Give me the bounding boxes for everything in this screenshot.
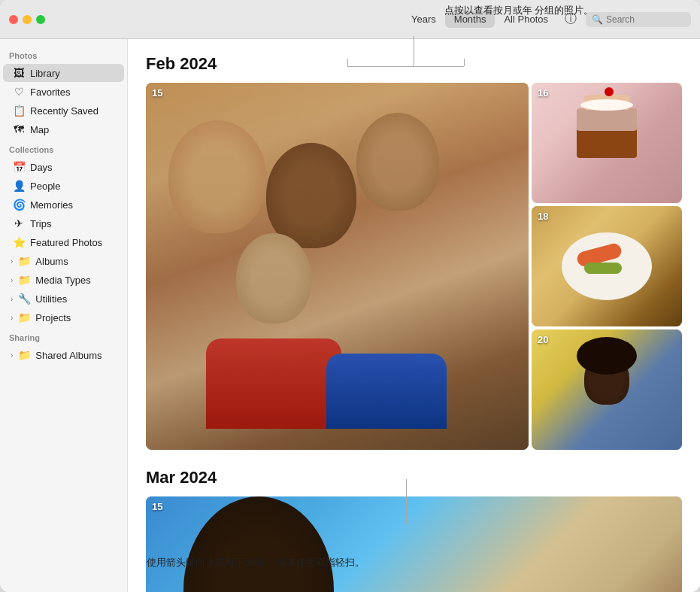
sidebar: Photos 🖼 Library ♡ Favorites 📋 Recently … — [0, 39, 128, 592]
chevron-right-icon: › — [11, 257, 13, 266]
sidebar-item-favorites[interactable]: ♡ Favorites — [3, 83, 124, 101]
sidebar-item-people[interactable]: 👤 People — [3, 177, 124, 195]
content-area: Feb 2024 — [128, 39, 700, 592]
sidebar-item-albums[interactable]: › 📁 Albums — [3, 252, 124, 270]
main-layout: Photos 🖼 Library ♡ Favorites 📋 Recently … — [0, 39, 700, 592]
main-window: Years Months All Photos ⓘ 🔍 Photos 🖼 Lib… — [0, 0, 700, 592]
media-types-icon: 📁 — [17, 274, 31, 286]
featured-icon: ⭐ — [12, 236, 26, 248]
shared-albums-icon: 📁 — [17, 349, 31, 361]
photo-main-feb[interactable]: 15 — [146, 83, 529, 450]
photo-date-feb-20: 20 — [538, 334, 548, 345]
cake-photo — [532, 83, 682, 203]
sidebar-label-map: Map — [30, 124, 49, 135]
utilities-icon: 🔧 — [17, 293, 31, 305]
albums-icon: 📁 — [17, 255, 31, 267]
sidebar-section-sharing: Sharing — [0, 327, 127, 345]
tab-months[interactable]: Months — [445, 11, 495, 28]
sidebar-label-shared-albums: Shared Albums — [35, 350, 102, 361]
sidebar-label-albums: Albums — [35, 256, 68, 267]
photo-thumb-feb-18[interactable]: 18 — [532, 206, 682, 326]
traffic-lights — [9, 15, 45, 24]
month-section-mar: Mar 2024 15 — [146, 468, 682, 592]
month-title-feb: Feb 2024 — [146, 54, 682, 74]
projects-icon: 📁 — [17, 311, 31, 323]
tab-years[interactable]: Years — [402, 11, 445, 28]
sidebar-label-featured: Featured Photos — [30, 237, 102, 248]
sidebar-item-shared-albums[interactable]: › 📁 Shared Albums — [3, 346, 124, 364]
trips-icon: ✈ — [12, 217, 26, 229]
selfie-photo — [146, 83, 529, 450]
chevron-right-icon-4: › — [11, 314, 13, 322]
chevron-right-icon-5: › — [11, 351, 13, 360]
sidebar-item-trips[interactable]: ✈ Trips — [3, 214, 124, 232]
month-section-feb: Feb 2024 — [146, 54, 682, 450]
sidebar-item-utilities[interactable]: › 🔧 Utilities — [3, 290, 124, 308]
sidebar-label-favorites: Favorites — [30, 87, 70, 98]
memories-icon: 🌀 — [12, 199, 26, 211]
sidebar-item-media-types[interactable]: › 📁 Media Types — [3, 271, 124, 289]
view-tabs: Years Months All Photos ⓘ 🔍 — [402, 9, 691, 30]
recently-saved-icon: 📋 — [12, 105, 26, 117]
photo-date-feb-16: 16 — [538, 87, 548, 99]
search-icon: 🔍 — [592, 14, 603, 25]
minimize-button[interactable] — [23, 15, 32, 24]
sidebar-label-media-types: Media Types — [35, 275, 90, 286]
sidebar-section-photos: Photos — [0, 45, 127, 63]
tab-all-photos[interactable]: All Photos — [495, 11, 557, 28]
month-title-mar: Mar 2024 — [146, 468, 682, 487]
library-icon: 🖼 — [12, 67, 26, 79]
sidebar-label-people: People — [30, 181, 60, 192]
search-bar[interactable]: 🔍 — [586, 12, 691, 27]
photo-date-mar-15: 15 — [152, 501, 162, 512]
sidebar-item-library[interactable]: 🖼 Library — [3, 64, 124, 82]
sidebar-label-memories: Memories — [30, 199, 73, 211]
portrait-photo — [532, 329, 682, 450]
sidebar-label-recently-saved: Recently Saved — [30, 105, 98, 117]
sidebar-item-recently-saved[interactable]: 📋 Recently Saved — [3, 102, 124, 120]
photo-thumb-feb-16[interactable]: 16 — [532, 83, 682, 203]
sidebar-label-trips: Trips — [30, 218, 51, 229]
sidebar-item-projects[interactable]: › 📁 Projects — [3, 308, 124, 326]
sidebar-item-days[interactable]: 📅 Days — [3, 158, 124, 176]
chevron-right-icon-2: › — [11, 276, 13, 284]
map-icon: 🗺 — [12, 123, 26, 135]
info-button[interactable]: ⓘ — [560, 9, 581, 30]
days-icon: 📅 — [12, 161, 26, 173]
sidebar-label-days: Days — [30, 162, 53, 173]
sidebar-section-collections: Collections — [0, 139, 127, 157]
photo-main-mar[interactable]: 15 — [146, 496, 682, 592]
photo-thumb-feb-20[interactable]: 20 — [532, 329, 682, 450]
sidebar-item-map[interactable]: 🗺 Map — [3, 120, 124, 138]
search-input[interactable] — [606, 14, 685, 25]
favorites-icon: ♡ — [12, 86, 26, 98]
maximize-button[interactable] — [36, 15, 45, 24]
photo-date-feb-15: 15 — [152, 87, 162, 99]
sidebar-label-library: Library — [30, 68, 60, 79]
sidebar-label-projects: Projects — [35, 312, 71, 323]
sidebar-item-featured-photos[interactable]: ⭐ Featured Photos — [3, 233, 124, 251]
chevron-right-icon-3: › — [11, 295, 13, 303]
food-photo — [532, 206, 682, 326]
sidebar-item-memories[interactable]: 🌀 Memories — [3, 196, 124, 214]
photo-grid-feb: 15 — [146, 83, 682, 450]
titlebar: Years Months All Photos ⓘ 🔍 — [0, 0, 700, 39]
people-icon: 👤 — [12, 180, 26, 192]
photo-date-feb-18: 18 — [538, 211, 548, 222]
sidebar-label-utilities: Utilities — [35, 293, 67, 305]
close-button[interactable] — [9, 15, 18, 24]
